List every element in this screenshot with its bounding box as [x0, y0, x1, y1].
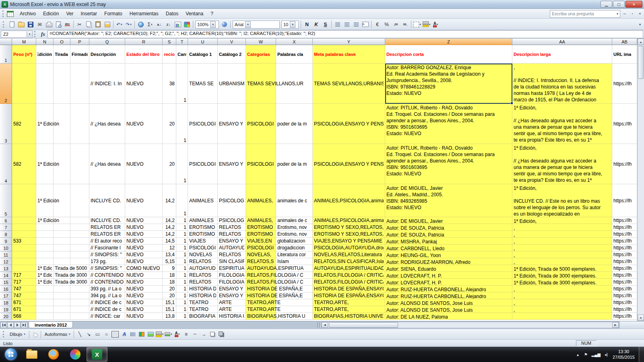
- cell-Y10[interactable]: PSICOLOGIA,AUTOAYUDA,drog: [313, 245, 385, 251]
- cell-O16[interactable]: [54, 286, 70, 292]
- chevron-down-icon[interactable]: ▾: [290, 21, 295, 28]
- menu-item-archivo[interactable]: Archivo: [16, 10, 39, 18]
- cell-O9[interactable]: [54, 238, 70, 245]
- cell-Y20[interactable]: BIOGRAFIAS,HISTORIA UNIVER: [313, 313, 385, 320]
- font-size-combo[interactable]: 10▾: [281, 21, 299, 29]
- cell-U6[interactable]: ANIMALES: [188, 217, 218, 224]
- cell-P6[interactable]: [70, 217, 89, 224]
- column-header-AB[interactable]: AB: [612, 39, 637, 45]
- cell-V5[interactable]: PSICOLOGI: [218, 184, 246, 217]
- row-header-3[interactable]: 3: [0, 104, 12, 144]
- cell-W7[interactable]: EROTISMO: [246, 224, 276, 231]
- horizontal-scroll-thumb[interactable]: [329, 322, 398, 328]
- toolbar-grip[interactable]: [3, 21, 6, 28]
- cell-V4[interactable]: ENSAYO Y: [218, 144, 246, 184]
- cell-Z12[interactable]: Autor: RODRIGUEZ-MARRON, Alfredo: [385, 258, 512, 265]
- cell-U15[interactable]: RELATOS: [188, 279, 218, 286]
- cell-M12[interactable]: [12, 258, 36, 265]
- cell-R16[interactable]: NUEVO: [125, 286, 163, 292]
- cell-AA14[interactable]: 1ª Edición, Tirada de 3000 ejemplares.: [512, 272, 612, 279]
- print-icon[interactable]: [45, 20, 53, 29]
- cell-Y12[interactable]: RELATOS,SIN CLASIFICAR,Islam: [313, 258, 385, 265]
- cell-P12[interactable]: [70, 258, 89, 265]
- cell-X8[interactable]: Erotismo, nov: [276, 231, 313, 238]
- cell-M13[interactable]: [12, 265, 36, 272]
- cell-Q4[interactable]: // ¿Has desea: [89, 144, 125, 184]
- cell-N6[interactable]: 1ª Edición: [36, 217, 54, 224]
- cell-AA2[interactable]: , // INDICE: I. Introduccion. II. La def…: [512, 64, 612, 104]
- cell-W18[interactable]: TEATRO,ARTE: [246, 299, 276, 306]
- cell-T13[interactable]: 1: [176, 265, 188, 272]
- cell-AA1[interactable]: Descripcion larga: [512, 45, 612, 64]
- cell-W3[interactable]: PSICOLOGI: [246, 104, 276, 144]
- cell-S12[interactable]: 5,15: [163, 258, 176, 265]
- cell-V17[interactable]: ENSAYO Y: [218, 292, 246, 299]
- cell-O20[interactable]: [54, 313, 70, 320]
- cell-T4[interactable]: 1: [176, 144, 188, 184]
- cell-P4[interactable]: [70, 144, 89, 184]
- column-header-O[interactable]: O: [54, 39, 70, 45]
- cell-O17[interactable]: [54, 292, 70, 299]
- cell-M7[interactable]: [12, 224, 36, 231]
- cell-V11[interactable]: RELATOS: [218, 251, 246, 258]
- row-header-7[interactable]: 7: [0, 224, 12, 231]
- cell-U11[interactable]: NOVELAS: [188, 251, 218, 258]
- cell-P5[interactable]: [70, 184, 89, 217]
- cell-T7[interactable]: 1: [176, 224, 188, 231]
- cell-R8[interactable]: NUEVO: [125, 231, 163, 238]
- cell-P7[interactable]: [70, 224, 89, 231]
- cell-Z7[interactable]: Autor: DE SOUZA, Patricia: [385, 224, 512, 231]
- cell-Y2[interactable]: TEMAS SEVILLANOS,URBANIS: [313, 64, 385, 104]
- cell-N4[interactable]: 1ª Edición: [36, 144, 54, 184]
- cell-V6[interactable]: PSICOLOGI: [218, 217, 246, 224]
- cell-Q9[interactable]: // El autor reco: [89, 238, 125, 245]
- chart-wizard-icon[interactable]: [173, 20, 182, 29]
- flag-icon[interactable]: ⚑: [583, 352, 588, 357]
- cell-X18[interactable]: [276, 299, 313, 306]
- cell-R12[interactable]: NUEVO: [125, 258, 163, 265]
- cell-N7[interactable]: [36, 224, 54, 231]
- open-icon[interactable]: [17, 20, 25, 29]
- column-header-U[interactable]: U: [188, 39, 218, 45]
- cell-S3[interactable]: 20: [163, 104, 176, 144]
- cut-icon[interactable]: ✂: [75, 20, 84, 29]
- cell-N16[interactable]: [36, 286, 54, 292]
- cell-T16[interactable]: 1: [176, 286, 188, 292]
- font-color-icon[interactable]: A▾: [173, 330, 181, 338]
- cell-R13[interactable]: COMO NUEVO: [125, 265, 163, 272]
- column-header-W[interactable]: W: [246, 39, 276, 45]
- cell-U10[interactable]: PSICOLOGI: [188, 245, 218, 251]
- cell-V3[interactable]: ENSAYO Y: [218, 104, 246, 144]
- cell-T14[interactable]: 1: [176, 272, 188, 279]
- percent-icon[interactable]: %: [382, 20, 391, 29]
- autosum-icon[interactable]: Σ▾: [146, 20, 154, 29]
- cell-S20[interactable]: 13,8: [163, 313, 176, 320]
- menu-item-edicin[interactable]: Edición: [39, 10, 62, 18]
- cell-M6[interactable]: [12, 217, 36, 224]
- cell-M17[interactable]: 747: [12, 292, 36, 299]
- cell-AA13[interactable]: 1ª Edición, Tirada de 5000 ejemplares.: [512, 265, 612, 272]
- cell-U5[interactable]: ANIMALES: [188, 184, 218, 217]
- cell-M19[interactable]: 671: [12, 306, 36, 313]
- cell-P9[interactable]: [70, 238, 89, 245]
- cell-U13[interactable]: AUTOAYUD: [188, 265, 218, 272]
- cell-T8[interactable]: 1: [176, 231, 188, 238]
- row-header-4[interactable]: 4: [0, 144, 12, 184]
- cell-Z3[interactable]: Autor: PITLUK, Roberto - RAO, Osvaldo Ed…: [385, 104, 512, 144]
- insert-function-button[interactable]: fx: [39, 31, 47, 37]
- cell-R7[interactable]: NUEVO: [125, 224, 163, 231]
- cell-R19[interactable]: NUEVO: [125, 306, 163, 313]
- row-header-18[interactable]: 18: [0, 299, 12, 306]
- cell-R6[interactable]: NUEVO: [125, 217, 163, 224]
- cell-M1[interactable]: Peso (nº): [12, 45, 36, 64]
- zoom-combo[interactable]: 100%▾: [195, 21, 219, 29]
- show-desktop-button[interactable]: [639, 347, 644, 362]
- menu-item-ventana[interactable]: Ventana: [182, 10, 207, 18]
- menu-item-datos[interactable]: Datos: [162, 10, 182, 18]
- cell-U20[interactable]: BIOGRAFIA: [188, 313, 218, 320]
- cell-O1[interactable]: Tirada: [54, 45, 70, 64]
- row-header-1[interactable]: 1: [0, 45, 12, 64]
- decrease-decimal-icon[interactable]: 00,: [401, 20, 409, 29]
- cell-Z14[interactable]: Autor: LOVECRAFT, H. P.: [385, 272, 512, 279]
- row-header-5[interactable]: 5: [0, 184, 12, 217]
